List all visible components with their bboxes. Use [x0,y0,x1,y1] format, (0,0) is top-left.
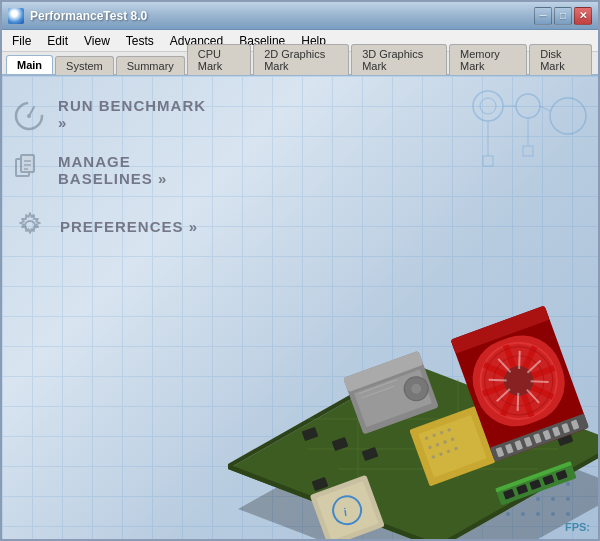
close-button[interactable]: ✕ [574,7,592,25]
window-controls: ─ □ ✕ [534,7,592,25]
svg-point-0 [473,91,503,121]
tab-2d-graphics-mark[interactable]: 2D Graphics Mark [253,44,349,75]
minimize-button[interactable]: ─ [534,7,552,25]
svg-rect-8 [483,156,493,166]
svg-line-5 [540,106,550,111]
svg-line-120 [489,380,507,381]
svg-point-2 [516,94,540,118]
menu-file[interactable]: File [4,32,39,50]
title-bar: PerformanceTest 8.0 ─ □ ✕ [2,2,598,30]
tab-cpu-mark[interactable]: CPU Mark [187,44,251,75]
menu-tests[interactable]: Tests [118,32,162,50]
run-benchmark-option[interactable]: RUN BENCHMARK » [12,96,212,132]
app-window: PerformanceTest 8.0 ─ □ ✕ File Edit View… [0,0,600,541]
gear-icon [12,208,48,244]
tab-disk-mark[interactable]: Disk Mark [529,44,592,75]
main-content: RUN BENCHMARK » MANAGE BASELINES » [2,76,598,539]
fps-label: FPS: [565,521,590,533]
tab-summary[interactable]: Summary [116,56,185,75]
maximize-button[interactable]: □ [554,7,572,25]
app-icon [8,8,24,24]
speedometer-icon [12,96,46,132]
svg-point-32 [27,114,31,118]
tab-main[interactable]: Main [6,55,53,74]
tab-3d-graphics-mark[interactable]: 3D Graphics Mark [351,44,447,75]
tab-memory-mark[interactable]: Memory Mark [449,44,527,75]
title-bar-left: PerformanceTest 8.0 [8,8,147,24]
run-benchmark-label: RUN BENCHMARK » [58,97,212,131]
tab-bar: Main System Summary CPU Mark 2D Graphics… [2,52,598,76]
window-title: PerformanceTest 8.0 [30,9,147,23]
svg-point-1 [480,98,496,114]
motherboard-3d: i [158,169,598,539]
svg-point-3 [550,98,586,134]
files-icon [12,152,46,188]
svg-rect-9 [523,146,533,156]
svg-line-114 [519,351,520,369]
svg-line-116 [531,381,549,382]
menu-edit[interactable]: Edit [39,32,76,50]
tab-system[interactable]: System [55,56,114,75]
menu-view[interactable]: View [76,32,118,50]
svg-line-118 [518,393,519,411]
